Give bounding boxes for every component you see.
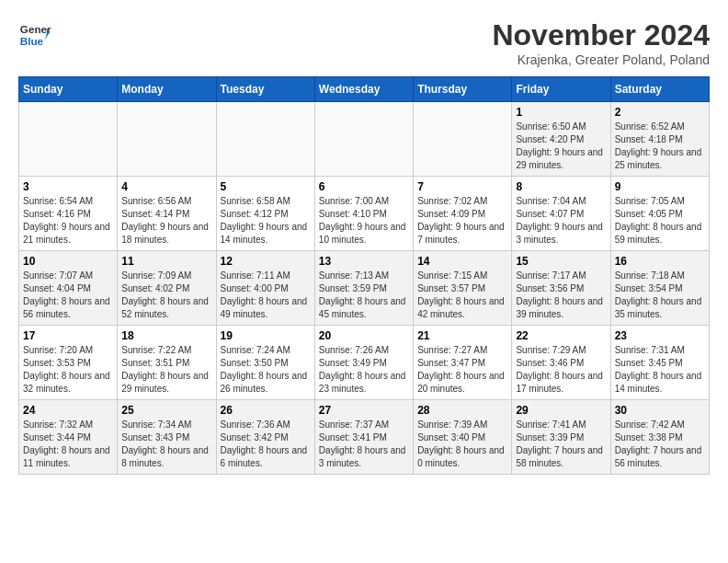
day-info: Sunrise: 6:58 AMSunset: 4:12 PMDaylight:… (221, 195, 311, 247)
weekday-header-wednesday: Wednesday (314, 77, 413, 102)
day-info: Sunrise: 7:09 AMSunset: 4:02 PMDaylight:… (121, 270, 211, 321)
day-info: Sunrise: 7:02 AMSunset: 4:09 PMDaylight:… (417, 195, 507, 247)
calendar-week-2: 3Sunrise: 6:54 AMSunset: 4:16 PMDaylight… (19, 177, 710, 251)
day-number: 9 (615, 180, 705, 193)
calendar-cell (414, 102, 512, 177)
calendar-cell: 20Sunrise: 7:26 AMSunset: 3:49 PMDayligh… (314, 326, 413, 400)
title-area: November 2024 Krajenka, Greater Poland, … (492, 18, 710, 67)
day-info: Sunrise: 7:37 AMSunset: 3:41 PMDaylight:… (319, 419, 409, 470)
calendar-cell: 5Sunrise: 6:58 AMSunset: 4:12 PMDaylight… (216, 177, 314, 251)
day-number: 6 (319, 180, 409, 193)
day-info: Sunrise: 6:50 AMSunset: 4:20 PMDaylight:… (516, 121, 606, 172)
calendar-cell: 2Sunrise: 6:52 AMSunset: 4:18 PMDaylight… (610, 102, 709, 177)
day-number: 11 (121, 255, 211, 268)
day-info: Sunrise: 7:26 AMSunset: 3:49 PMDaylight:… (319, 344, 409, 396)
logo: General Blue (18, 18, 51, 52)
svg-text:Blue: Blue (20, 35, 44, 47)
day-number: 5 (221, 180, 311, 193)
calendar-cell: 3Sunrise: 6:54 AMSunset: 4:16 PMDaylight… (19, 177, 118, 251)
day-number: 26 (221, 404, 311, 417)
day-info: Sunrise: 7:07 AMSunset: 4:04 PMDaylight:… (23, 270, 113, 321)
day-number: 28 (417, 404, 507, 417)
calendar-cell: 26Sunrise: 7:36 AMSunset: 3:42 PMDayligh… (216, 400, 314, 475)
day-number: 3 (23, 180, 113, 193)
calendar-cell: 7Sunrise: 7:02 AMSunset: 4:09 PMDaylight… (414, 177, 512, 251)
day-number: 12 (221, 255, 311, 268)
day-info: Sunrise: 7:05 AMSunset: 4:05 PMDaylight:… (615, 195, 705, 247)
calendar-week-3: 10Sunrise: 7:07 AMSunset: 4:04 PMDayligh… (19, 251, 710, 326)
day-info: Sunrise: 6:56 AMSunset: 4:14 PMDaylight:… (121, 195, 211, 247)
calendar-cell: 22Sunrise: 7:29 AMSunset: 3:46 PMDayligh… (512, 326, 610, 400)
calendar-cell: 23Sunrise: 7:31 AMSunset: 3:45 PMDayligh… (610, 326, 709, 400)
day-number: 8 (516, 180, 606, 193)
day-number: 27 (319, 404, 409, 417)
month-title: November 2024 (492, 18, 710, 52)
day-number: 18 (121, 329, 211, 342)
calendar-cell: 24Sunrise: 7:32 AMSunset: 3:44 PMDayligh… (19, 400, 118, 475)
day-number: 29 (516, 404, 606, 417)
calendar-cell: 4Sunrise: 6:56 AMSunset: 4:14 PMDaylight… (118, 177, 216, 251)
subtitle: Krajenka, Greater Poland, Poland (492, 52, 710, 67)
day-number: 30 (615, 404, 705, 417)
day-info: Sunrise: 7:39 AMSunset: 3:40 PMDaylight:… (417, 419, 507, 470)
day-info: Sunrise: 6:52 AMSunset: 4:18 PMDaylight:… (615, 121, 705, 172)
day-info: Sunrise: 7:11 AMSunset: 4:00 PMDaylight:… (221, 270, 311, 321)
day-info: Sunrise: 6:54 AMSunset: 4:16 PMDaylight:… (23, 195, 113, 247)
calendar-week-4: 17Sunrise: 7:20 AMSunset: 3:53 PMDayligh… (19, 326, 710, 400)
day-info: Sunrise: 7:20 AMSunset: 3:53 PMDaylight:… (23, 344, 113, 396)
day-info: Sunrise: 7:42 AMSunset: 3:38 PMDaylight:… (615, 419, 705, 470)
calendar-cell: 1Sunrise: 6:50 AMSunset: 4:20 PMDaylight… (512, 102, 610, 177)
day-info: Sunrise: 7:15 AMSunset: 3:57 PMDaylight:… (417, 270, 507, 321)
day-info: Sunrise: 7:13 AMSunset: 3:59 PMDaylight:… (319, 270, 409, 321)
day-info: Sunrise: 7:29 AMSunset: 3:46 PMDaylight:… (516, 344, 606, 396)
day-number: 1 (516, 106, 606, 119)
day-number: 2 (615, 106, 705, 119)
calendar-cell: 16Sunrise: 7:18 AMSunset: 3:54 PMDayligh… (610, 251, 709, 326)
calendar-cell: 11Sunrise: 7:09 AMSunset: 4:02 PMDayligh… (118, 251, 216, 326)
calendar-table: SundayMondayTuesdayWednesdayThursdayFrid… (18, 76, 710, 475)
calendar-cell (216, 102, 314, 177)
day-number: 15 (516, 255, 606, 268)
logo-icon: General Blue (18, 18, 51, 52)
calendar-cell: 18Sunrise: 7:22 AMSunset: 3:51 PMDayligh… (118, 326, 216, 400)
day-number: 22 (516, 329, 606, 342)
day-info: Sunrise: 7:31 AMSunset: 3:45 PMDaylight:… (615, 344, 705, 396)
day-info: Sunrise: 7:41 AMSunset: 3:39 PMDaylight:… (516, 419, 606, 470)
day-info: Sunrise: 7:24 AMSunset: 3:50 PMDaylight:… (221, 344, 311, 396)
calendar-cell: 8Sunrise: 7:04 AMSunset: 4:07 PMDaylight… (512, 177, 610, 251)
day-info: Sunrise: 7:04 AMSunset: 4:07 PMDaylight:… (516, 195, 606, 247)
day-number: 7 (417, 180, 507, 193)
calendar-cell: 10Sunrise: 7:07 AMSunset: 4:04 PMDayligh… (19, 251, 118, 326)
weekday-header-tuesday: Tuesday (216, 77, 314, 102)
calendar-cell: 17Sunrise: 7:20 AMSunset: 3:53 PMDayligh… (19, 326, 118, 400)
calendar-cell: 9Sunrise: 7:05 AMSunset: 4:05 PMDaylight… (610, 177, 709, 251)
day-info: Sunrise: 7:27 AMSunset: 3:47 PMDaylight:… (417, 344, 507, 396)
calendar-cell: 25Sunrise: 7:34 AMSunset: 3:43 PMDayligh… (118, 400, 216, 475)
weekday-header-friday: Friday (512, 77, 610, 102)
calendar-cell: 30Sunrise: 7:42 AMSunset: 3:38 PMDayligh… (610, 400, 709, 475)
calendar-cell: 19Sunrise: 7:24 AMSunset: 3:50 PMDayligh… (216, 326, 314, 400)
page-header: General Blue November 2024 Krajenka, Gre… (18, 18, 710, 67)
day-info: Sunrise: 7:36 AMSunset: 3:42 PMDaylight:… (221, 419, 311, 470)
day-number: 19 (221, 329, 311, 342)
calendar-week-1: 1Sunrise: 6:50 AMSunset: 4:20 PMDaylight… (19, 102, 710, 177)
calendar-cell: 15Sunrise: 7:17 AMSunset: 3:56 PMDayligh… (512, 251, 610, 326)
weekday-header-saturday: Saturday (610, 77, 709, 102)
calendar-cell: 28Sunrise: 7:39 AMSunset: 3:40 PMDayligh… (414, 400, 512, 475)
weekday-header-sunday: Sunday (19, 77, 118, 102)
day-info: Sunrise: 7:00 AMSunset: 4:10 PMDaylight:… (319, 195, 409, 247)
calendar-cell: 13Sunrise: 7:13 AMSunset: 3:59 PMDayligh… (314, 251, 413, 326)
day-info: Sunrise: 7:17 AMSunset: 3:56 PMDaylight:… (516, 270, 606, 321)
day-number: 20 (319, 329, 409, 342)
day-number: 4 (121, 180, 211, 193)
weekday-header-row: SundayMondayTuesdayWednesdayThursdayFrid… (19, 77, 710, 102)
day-info: Sunrise: 7:32 AMSunset: 3:44 PMDaylight:… (23, 419, 113, 470)
calendar-cell: 27Sunrise: 7:37 AMSunset: 3:41 PMDayligh… (314, 400, 413, 475)
calendar-cell (118, 102, 216, 177)
day-info: Sunrise: 7:34 AMSunset: 3:43 PMDaylight:… (121, 419, 211, 470)
day-number: 21 (417, 329, 507, 342)
calendar-cell: 6Sunrise: 7:00 AMSunset: 4:10 PMDaylight… (314, 177, 413, 251)
calendar-cell (314, 102, 413, 177)
weekday-header-thursday: Thursday (414, 77, 512, 102)
day-number: 24 (23, 404, 113, 417)
